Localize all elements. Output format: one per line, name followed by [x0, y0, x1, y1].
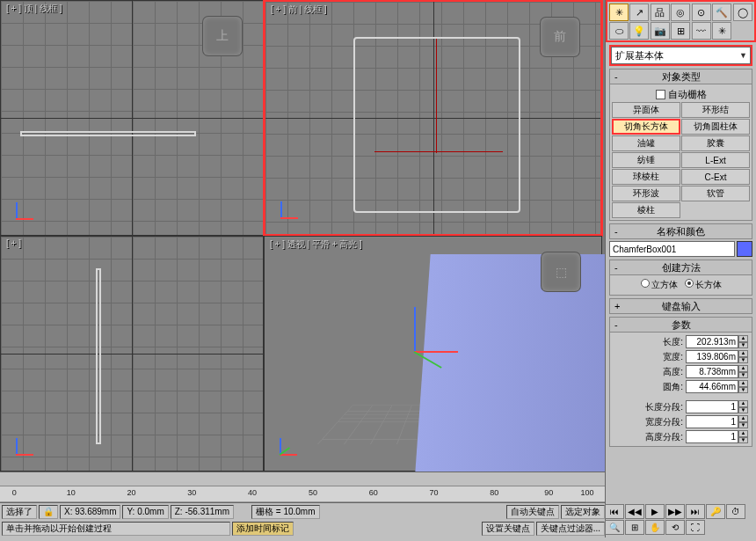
- cube-radio[interactable]: 立方体: [641, 279, 678, 291]
- nav-zoomall-icon[interactable]: ⊞: [625, 520, 644, 535]
- cext-button[interactable]: C-Ext: [681, 169, 750, 185]
- selection-status: 选择了: [2, 505, 37, 519]
- nav-orbit-icon[interactable]: ⟲: [665, 520, 685, 535]
- prompt-text: 单击并拖动以开始创建过程: [2, 522, 230, 536]
- rollout-object-type[interactable]: -对象类型: [609, 69, 752, 84]
- timeline-ruler[interactable]: 0 10 20 30 40 50 60 70 80 90 100: [0, 486, 605, 501]
- height-label: 高度:: [663, 366, 683, 378]
- axis-gizmo-icon: [13, 435, 36, 458]
- capsule-button[interactable]: 胶囊: [681, 135, 750, 151]
- motion-tab-icon[interactable]: ◎: [671, 4, 690, 21]
- torusknot-button[interactable]: 环形结: [681, 102, 750, 118]
- viewport-label[interactable]: [ + ] 前 | 线框 ]: [271, 4, 326, 16]
- nav-zoom-icon[interactable]: 🔍: [605, 520, 624, 535]
- rollout-creation-method[interactable]: -创建方法: [609, 260, 752, 275]
- length-label: 长度:: [663, 336, 683, 348]
- autokey-button[interactable]: 自动关键点: [506, 505, 559, 519]
- lock-icon[interactable]: 🔒: [39, 505, 58, 519]
- geometry-category-icon[interactable]: ◯: [733, 4, 752, 21]
- shapes-category-icon[interactable]: ⬭: [609, 22, 629, 40]
- spindle-button[interactable]: 纺锤: [612, 152, 680, 168]
- viewcube-icon[interactable]: ⬚: [542, 252, 580, 291]
- nav-maximize-icon[interactable]: ⛶: [686, 520, 705, 535]
- axis-gizmo-icon: [277, 435, 300, 458]
- length-segs-input[interactable]: [686, 400, 738, 413]
- modify-tab-icon[interactable]: ↗: [629, 4, 649, 21]
- next-frame-icon[interactable]: ▶▶: [665, 504, 685, 519]
- viewport-top[interactable]: [ + ] 顶 | 线框 ] 上: [0, 0, 264, 236]
- wireframe-object[interactable]: [353, 37, 520, 213]
- rollout-keyboard-entry[interactable]: +键盘输入: [609, 298, 752, 314]
- cameras-category-icon[interactable]: 📷: [651, 22, 670, 40]
- width-input[interactable]: [686, 350, 738, 363]
- spinner-arrows-icon[interactable]: ▲▼: [738, 380, 748, 393]
- wireframe-object[interactable]: [20, 131, 196, 136]
- viewport-label[interactable]: [ + ] 顶 | 线框 ]: [6, 3, 62, 15]
- spinner-arrows-icon[interactable]: ▲▼: [738, 400, 748, 413]
- utilities-tab-icon[interactable]: 🔨: [712, 4, 731, 21]
- key-filters-button[interactable]: 关键点过滤器...: [536, 522, 605, 536]
- height-input[interactable]: [686, 365, 738, 378]
- create-tab-icon[interactable]: ✳: [609, 4, 629, 21]
- fillet-input[interactable]: [686, 380, 738, 393]
- hose-button[interactable]: 软管: [681, 186, 750, 201]
- lights-category-icon[interactable]: 💡: [629, 22, 649, 40]
- hedra-button[interactable]: 异面体: [612, 102, 680, 118]
- key-mode-icon[interactable]: 🔑: [706, 504, 725, 519]
- play-icon[interactable]: ▶: [645, 504, 665, 519]
- add-time-tag-button[interactable]: 添加时间标记: [232, 522, 294, 536]
- geometry-subtype-dropdown[interactable]: 扩展基本体▼: [611, 47, 751, 64]
- lext-button[interactable]: L-Ext: [681, 152, 750, 168]
- selection-set-dropdown[interactable]: 选定对象: [561, 505, 605, 519]
- rollout-parameters[interactable]: -参数: [609, 317, 752, 333]
- chamfercyl-button[interactable]: 切角圆柱体: [681, 119, 750, 135]
- viewport-left[interactable]: [ + ]: [0, 236, 264, 472]
- goto-end-icon[interactable]: ⏭: [686, 504, 705, 519]
- chamferbox-button[interactable]: 切角长方体: [612, 119, 680, 135]
- display-tab-icon[interactable]: ⊙: [692, 4, 711, 21]
- color-swatch[interactable]: [737, 241, 752, 257]
- time-config-icon[interactable]: ⏱: [726, 504, 745, 519]
- status-bar-coords: 选择了 🔒 X: 93.689mm Y: 0.0mm Z: -56.311mm …: [0, 502, 605, 520]
- oiltank-button[interactable]: 油罐: [612, 135, 680, 151]
- length-input[interactable]: [686, 335, 738, 348]
- nav-pan-icon[interactable]: ✋: [645, 520, 665, 535]
- setkey-button[interactable]: 设置关键点: [482, 522, 534, 536]
- timeline-scrollbar[interactable]: [0, 472, 605, 486]
- viewport-label[interactable]: [ + ] 透视 | 平滑 + 高光 ]: [270, 238, 362, 251]
- spinner-arrows-icon[interactable]: ▲▼: [738, 415, 748, 428]
- spacewarp-category-icon[interactable]: 〰: [692, 22, 711, 40]
- autogrid-label: 自动栅格: [668, 88, 707, 101]
- spinner-arrows-icon[interactable]: ▲▼: [738, 350, 748, 363]
- viewport-front-active[interactable]: [ + ] 前 | 线框 ] 前: [264, 0, 602, 236]
- viewport-label[interactable]: [ + ]: [6, 238, 21, 248]
- spinner-arrows-icon[interactable]: ▲▼: [738, 365, 748, 378]
- helpers-category-icon[interactable]: ⊞: [671, 22, 690, 40]
- fillet-label: 圆角:: [663, 381, 683, 393]
- coord-y[interactable]: Y: 0.0mm: [122, 505, 168, 519]
- ringwave-button[interactable]: 环形波: [612, 186, 680, 201]
- autogrid-checkbox[interactable]: [656, 90, 665, 99]
- wireframe-object[interactable]: [96, 268, 101, 444]
- command-panel: ✳ ↗ 品 ◎ ⊙ 🔨 ◯ ⬭ 💡 📷 ⊞ 〰 ✳ 扩展基本体▼ -对象类型 自…: [605, 0, 756, 541]
- prev-frame-icon[interactable]: ◀◀: [625, 504, 644, 519]
- height-segs-input[interactable]: [686, 430, 738, 443]
- goto-start-icon[interactable]: ⏮: [605, 504, 624, 519]
- systems-category-icon[interactable]: ✳: [712, 22, 731, 40]
- coord-x[interactable]: X: 93.689mm: [60, 505, 120, 519]
- coord-z[interactable]: Z: -56.311mm: [171, 505, 234, 519]
- width-segs-input[interactable]: [686, 415, 738, 428]
- height-segs-label: 高度分段:: [645, 431, 683, 443]
- object-name-input[interactable]: [609, 241, 735, 257]
- spinner-arrows-icon[interactable]: ▲▼: [738, 430, 748, 443]
- prism-button[interactable]: 棱柱: [612, 202, 680, 218]
- box-radio[interactable]: 长方体: [685, 279, 722, 291]
- spinner-arrows-icon[interactable]: ▲▼: [738, 335, 748, 348]
- viewcube-icon[interactable]: 前: [541, 18, 579, 56]
- hierarchy-tab-icon[interactable]: 品: [651, 4, 670, 21]
- gengon-button[interactable]: 球棱柱: [612, 169, 680, 185]
- viewport-perspective[interactable]: [ + ] 透视 | 平滑 + 高光 ] ⬚: [264, 236, 602, 472]
- viewcube-icon[interactable]: 上: [203, 17, 242, 55]
- axis-gizmo-icon: [13, 200, 36, 223]
- rollout-name-color[interactable]: -名称和颜色: [609, 223, 752, 239]
